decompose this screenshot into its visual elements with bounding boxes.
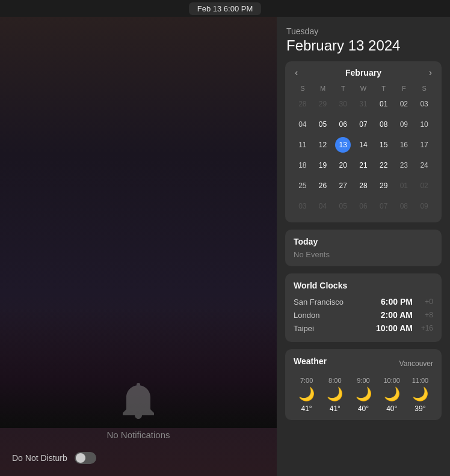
calendar-next-button[interactable]: ›: [427, 67, 434, 78]
calendar-day[interactable]: 17: [414, 135, 434, 155]
calendar-day[interactable]: 15: [374, 135, 394, 155]
cal-day-header: F: [394, 83, 415, 94]
calendar-day[interactable]: 02: [414, 175, 434, 196]
weather-hour-col: 11:00 🌙 39°: [407, 377, 433, 413]
cal-day-header: W: [353, 83, 374, 94]
calendar-month-label: February: [345, 68, 381, 78]
hour-label: 11:00: [412, 377, 429, 384]
weather-location: Vancouver: [399, 359, 433, 368]
calendar-day[interactable]: 05: [313, 114, 333, 135]
clocks-widget: World Clocks San Francisco 6:00 PM +0 Lo…: [285, 273, 442, 342]
calendar-day[interactable]: 26: [313, 175, 333, 196]
calendar-day[interactable]: 07: [353, 114, 374, 135]
calendar-day[interactable]: 16: [394, 135, 415, 155]
weather-hour-col: 7:00 🌙 41°: [294, 377, 319, 413]
calendar-day[interactable]: 28: [292, 94, 313, 114]
hour-label: 9:00: [357, 377, 369, 384]
weather-widget: Weather Vancouver 7:00 🌙 41° 8:00 🌙 41° …: [285, 349, 442, 420]
calendar-header: ‹ February ›: [292, 67, 434, 78]
events-title: Today: [294, 237, 433, 246]
weather-icon: 🌙: [384, 386, 400, 402]
calendar-day[interactable]: 02: [394, 94, 415, 114]
calendar-day[interactable]: 07: [374, 196, 394, 216]
right-panel: Tuesday February 13 2024 ‹ February › SM…: [277, 17, 450, 476]
notification-area: No Notifications: [106, 383, 170, 440]
date-full: February 13 2024: [286, 37, 440, 54]
clock-city: London: [294, 311, 381, 320]
calendar-day[interactable]: 01: [374, 94, 394, 114]
clock-row: San Francisco 6:00 PM +0: [294, 295, 433, 308]
datetime-display: Feb 13 6:00 PM: [189, 2, 262, 15]
calendar-week-row: 18192021222324: [292, 155, 434, 175]
calendar-day[interactable]: 12: [313, 135, 333, 155]
calendar-week-row: 25262728290102: [292, 175, 434, 196]
calendar-day[interactable]: 20: [333, 155, 353, 175]
calendar-day[interactable]: 09: [414, 196, 434, 216]
weather-header: Weather Vancouver: [294, 356, 433, 371]
calendar-day[interactable]: 11: [292, 135, 313, 155]
calendar-day[interactable]: 04: [292, 114, 313, 135]
calendar-day[interactable]: 10: [414, 114, 434, 135]
calendar-day[interactable]: 06: [353, 196, 374, 216]
calendar-grid: SMTWTFS 28293031010203040506070809101112…: [292, 83, 434, 216]
calendar-day[interactable]: 29: [374, 175, 394, 196]
calendar-day[interactable]: 25: [292, 175, 313, 196]
weather-hour-col: 8:00 🌙 41°: [322, 377, 348, 413]
main-container: No Notifications Do Not Disturb Tuesday …: [0, 17, 450, 476]
clock-city: Taipei: [294, 324, 376, 333]
calendar-day[interactable]: 29: [313, 94, 333, 114]
top-bar: Feb 13 6:00 PM: [0, 0, 450, 17]
calendar-day[interactable]: 04: [313, 196, 333, 216]
hour-temp: 40°: [358, 404, 369, 413]
calendar-day[interactable]: 14: [353, 135, 374, 155]
clock-offset: +16: [416, 324, 433, 332]
toggle-knob: [76, 453, 85, 463]
calendar-day[interactable]: 21: [353, 155, 374, 175]
weather-icon: 🌙: [356, 386, 372, 402]
calendar-day[interactable]: 08: [394, 196, 415, 216]
calendar-day[interactable]: 13: [333, 135, 353, 155]
hour-label: 8:00: [328, 377, 341, 384]
calendar-day[interactable]: 24: [414, 155, 434, 175]
clock-time: 10:00 AM: [376, 323, 413, 333]
calendar-day[interactable]: 27: [333, 175, 353, 196]
dnd-toggle[interactable]: [75, 452, 96, 464]
calendar-day[interactable]: 18: [292, 155, 313, 175]
cal-day-header: S: [292, 83, 313, 94]
calendar-week-row: 03040506070809: [292, 196, 434, 216]
hour-label: 10:00: [383, 377, 400, 384]
calendar-day[interactable]: 19: [313, 155, 333, 175]
dnd-bar: Do Not Disturb: [12, 452, 96, 464]
calendar-day[interactable]: 09: [394, 114, 415, 135]
calendar-day[interactable]: 31: [353, 94, 374, 114]
calendar-week-row: 04050607080910: [292, 114, 434, 135]
weather-icon: 🌙: [298, 386, 315, 402]
clocks-list: San Francisco 6:00 PM +0 London 2:00 AM …: [294, 295, 433, 335]
calendar-widget: ‹ February › SMTWTFS 2829303101020304050…: [285, 61, 442, 222]
calendar-day[interactable]: 05: [333, 196, 353, 216]
calendar-day[interactable]: 30: [333, 94, 353, 114]
calendar-day[interactable]: 28: [353, 175, 374, 196]
calendar-day[interactable]: 23: [394, 155, 415, 175]
clock-city: San Francisco: [294, 298, 381, 307]
weather-hour-col: 9:00 🌙 40°: [350, 377, 376, 413]
clock-offset: +0: [416, 298, 433, 306]
calendar-day[interactable]: 22: [374, 155, 394, 175]
weather-icon: 🌙: [327, 386, 343, 402]
weather-title: Weather: [294, 356, 327, 366]
calendar-day[interactable]: 03: [292, 196, 313, 216]
no-events-text: No Events: [294, 250, 433, 259]
calendar-body: 2829303101020304050607080910111213141516…: [292, 94, 434, 216]
calendar-day[interactable]: 08: [374, 114, 394, 135]
hour-temp: 41°: [301, 404, 312, 413]
calendar-day[interactable]: 01: [394, 175, 415, 196]
bell-icon: [120, 383, 156, 424]
date-header: Tuesday February 13 2024: [285, 26, 442, 54]
svg-rect-0: [137, 383, 140, 386]
calendar-day[interactable]: 03: [414, 94, 434, 114]
hour-temp: 40°: [386, 404, 397, 413]
clocks-title: World Clocks: [294, 281, 433, 290]
dnd-label: Do Not Disturb: [12, 453, 67, 463]
calendar-day[interactable]: 06: [333, 114, 353, 135]
calendar-prev-button[interactable]: ‹: [292, 67, 300, 78]
